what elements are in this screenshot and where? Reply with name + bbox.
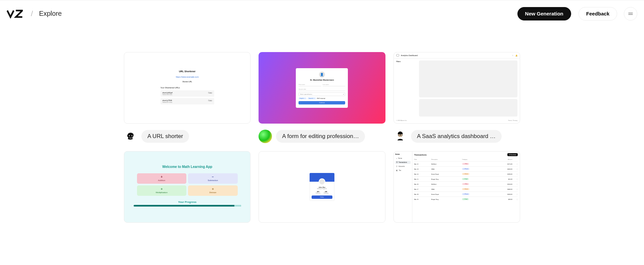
more-icon: ⋮ bbox=[512, 177, 518, 182]
thumb-tile-subtraction: −Subtraction bbox=[188, 173, 238, 184]
thumb-profile-name: Dr. Maximilian Mustermann bbox=[298, 79, 345, 81]
category-badge: ◌ Home bbox=[462, 173, 469, 175]
thumb-shorten-button: Shorten URL bbox=[182, 81, 193, 83]
card-meta-row: A URL shorter bbox=[124, 130, 250, 143]
thumb-chart-placeholder bbox=[419, 60, 517, 97]
more-icon: ⋮ bbox=[512, 187, 518, 192]
thumb-tile-multiplication: ÷Multiplication bbox=[137, 185, 187, 196]
svg-point-2 bbox=[131, 135, 132, 136]
svg-point-1 bbox=[129, 135, 130, 136]
category-badge: ◌ Food bbox=[462, 178, 469, 180]
card-caption[interactable]: A form for editing profession… bbox=[276, 130, 365, 143]
more-icon: ⋮ bbox=[512, 172, 518, 177]
breadcrumb-separator: / bbox=[31, 9, 33, 18]
card-meta-row: A SaaS analytics dashboard … bbox=[394, 130, 520, 143]
card-thumbnail-url-shortener[interactable]: URL Shortener https://www.example.com Sh… bbox=[124, 52, 250, 124]
table-row: Mar 11Burger King◌ Food$15.00⋮ bbox=[414, 177, 518, 182]
gallery-grid: URL Shortener https://www.example.com Sh… bbox=[121, 52, 523, 223]
thumb-follow-button: Follow bbox=[312, 195, 332, 199]
table-row: Mar 10WeWork◌ Office$150.00⋮ bbox=[414, 182, 518, 187]
cloud-icon bbox=[396, 54, 399, 56]
thumb-example-url: https://www.example.com bbox=[160, 76, 214, 78]
category-badge: ◌ Home bbox=[462, 188, 469, 190]
more-icon: ⋮ bbox=[512, 162, 518, 167]
category-badge: ◌ Office bbox=[462, 163, 469, 165]
more-icon: ⋮ bbox=[512, 192, 518, 197]
card-caption[interactable]: A SaaS analytics dashboard … bbox=[411, 130, 502, 143]
table-row: Mar 14Home Depot◌ Home$200.00⋮ bbox=[414, 172, 518, 177]
thumb-progress-bar bbox=[134, 205, 241, 207]
thumb-continue-button: Continue bbox=[298, 101, 345, 104]
card-thumbnail-profile-form[interactable]: 👤 Dr. Maximilian Mustermann First name L… bbox=[259, 52, 385, 124]
table-row: Mar 19Burger King◌ Food$20.00⋮ bbox=[414, 197, 518, 202]
feedback-button[interactable]: Feedback bbox=[579, 7, 617, 20]
category-badge: ◌ Phone bbox=[462, 168, 469, 170]
gallery-card: Analytics Dashboard ⇧ 🔔 Filters © 2023 A… bbox=[394, 52, 520, 143]
card-thumbnail-analytics[interactable]: Analytics Dashboard ⇧ 🔔 Filters © 2023 A… bbox=[394, 52, 520, 124]
gallery-card: URL Shortener https://www.example.com Sh… bbox=[124, 52, 250, 143]
avatar[interactable] bbox=[259, 130, 272, 143]
thumb-avatar-placeholder: 👤 bbox=[319, 72, 325, 78]
thumb-chart-placeholder bbox=[419, 99, 517, 117]
category-badge: ◌ Phone bbox=[462, 193, 469, 195]
card-thumbnail-transactions[interactable]: Acme ⌂Home ☰Transactions ⚲Accounts ◧Tax … bbox=[394, 151, 520, 223]
close-icon: × bbox=[314, 98, 315, 99]
thumb-tile-division: ÷Division bbox=[188, 185, 238, 196]
thumb-url-row: short.ly/7f1f6 Clicked 97 times Copy bbox=[160, 98, 214, 104]
category-badge: ◌ Office bbox=[462, 183, 469, 185]
table-row: Mar 18Home Depot◌ Phone$100.00⋮ bbox=[414, 192, 518, 197]
thumb-progress-label: Your Progress bbox=[178, 201, 196, 204]
chevron-down-icon: ▾ bbox=[343, 93, 344, 95]
thumb-title: URL Shortener bbox=[160, 70, 214, 73]
new-generation-button[interactable]: New Generation bbox=[517, 7, 571, 20]
thumb-url-row: short.ly/bf1g4 Clicked 34 times Copy bbox=[160, 90, 214, 97]
thumb-download-button: ⬇ Download bbox=[507, 153, 518, 156]
thumb-filters-label: Filters bbox=[396, 60, 416, 118]
thumb-sidebar-nav: ⌂Home ☰Transactions ⚲Accounts ◧Tax bbox=[395, 157, 411, 172]
card-meta-row: A form for editing profession… bbox=[259, 130, 385, 143]
avatar[interactable] bbox=[124, 130, 137, 143]
avatar[interactable] bbox=[394, 130, 407, 143]
list-icon: ☰ bbox=[396, 162, 398, 163]
gallery-card: John Doe Software Engineer 500Followers … bbox=[259, 151, 385, 223]
tax-icon: ◧ bbox=[396, 170, 398, 171]
close-icon: × bbox=[305, 98, 305, 99]
thumb-avatar-placeholder bbox=[319, 178, 325, 185]
menu-icon bbox=[628, 11, 634, 17]
accounts-icon: ⚲ bbox=[396, 166, 398, 167]
thumb-transactions-table: Date Description Category Amount Mar 12W… bbox=[414, 158, 518, 202]
table-row: Mar 17IKEA◌ Home$340.00⋮ bbox=[414, 187, 518, 192]
top-bar: / Explore New Generation Feedback bbox=[0, 0, 644, 27]
category-badge: ◌ Food bbox=[462, 198, 469, 200]
logo[interactable] bbox=[7, 9, 23, 18]
card-thumbnail-mobile-profile[interactable]: John Doe Software Engineer 500Followers … bbox=[259, 151, 385, 223]
thumb-tile-addition: +Addition bbox=[137, 173, 187, 184]
thumb-list-title: Your Shortened URLs bbox=[160, 87, 214, 89]
table-row: Mar 13IKEA◌ Phone$450.00⋮ bbox=[414, 167, 518, 172]
gallery-card: Welcome to Math Learning App +Addition −… bbox=[124, 151, 250, 223]
gallery-card: 👤 Dr. Maximilian Mustermann First name L… bbox=[259, 52, 385, 143]
menu-button[interactable] bbox=[624, 7, 637, 20]
gallery-card: Acme ⌂Home ☰Transactions ⚲Accounts ◧Tax … bbox=[394, 151, 520, 223]
bell-icon: 🔔 bbox=[515, 54, 517, 56]
upload-icon: ⇧ bbox=[512, 54, 513, 56]
table-row: Mar 12WeWork◌ Office$175.00⋮ bbox=[414, 162, 518, 167]
gallery: URL Shortener https://www.example.com Sh… bbox=[0, 27, 644, 223]
more-icon: ⋮ bbox=[512, 167, 518, 172]
more-icon: ⋮ bbox=[512, 197, 518, 202]
thumb-title: Welcome to Math Learning App bbox=[162, 165, 212, 169]
home-icon: ⌂ bbox=[396, 158, 397, 159]
more-icon: ⋮ bbox=[512, 182, 518, 187]
card-thumbnail-math-app[interactable]: Welcome to Math Learning App +Addition −… bbox=[124, 151, 250, 223]
page-title: Explore bbox=[39, 10, 62, 17]
card-caption[interactable]: A URL shorter bbox=[141, 130, 189, 143]
